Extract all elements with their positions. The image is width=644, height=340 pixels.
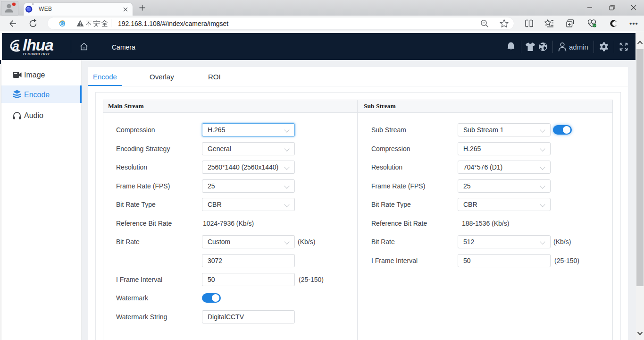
svg-text:lhua: lhua bbox=[23, 37, 53, 54]
svg-text:TECHNOLOGY: TECHNOLOGY bbox=[23, 52, 50, 56]
